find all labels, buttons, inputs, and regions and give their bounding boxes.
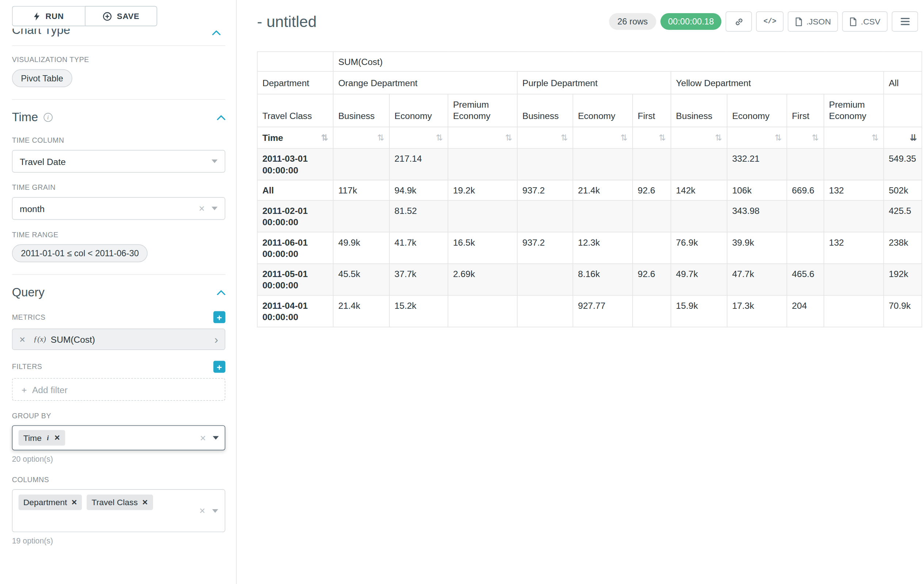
time-range-value[interactable]: 2011-01-01 ≤ col < 2011-06-30 xyxy=(12,244,148,262)
pivot-class-header: Business xyxy=(517,94,573,127)
pivot-class-header: First xyxy=(787,94,823,127)
pivot-sort-cell[interactable]: ⇅ xyxy=(448,127,518,148)
run-button[interactable]: RUN xyxy=(12,6,85,26)
pivot-class-row: Travel ClassBusinessEconomyPremium Econo… xyxy=(257,94,922,127)
group-by-select[interactable]: Timei✕ ✕ xyxy=(12,425,225,451)
value-pill[interactable]: Timei✕ xyxy=(19,430,65,446)
run-label: RUN xyxy=(46,12,64,21)
pivot-value-cell xyxy=(573,201,633,232)
pivot-value-cell: 937.2 xyxy=(517,180,573,201)
pivot-value-cell: 117k xyxy=(333,180,389,201)
sort-icon[interactable]: ⇅ xyxy=(812,132,819,143)
sort-icon[interactable]: ⇅ xyxy=(561,132,568,143)
pivot-sort-cell[interactable]: ⇅ xyxy=(333,127,389,148)
pivot-value-cell xyxy=(632,148,671,180)
time-grain-select[interactable]: month ✕ xyxy=(12,197,225,220)
pivot-group-header: Orange Department xyxy=(333,72,517,94)
pivot-value-cell: 204 xyxy=(787,295,823,327)
pivot-sort-cell[interactable]: ⇅ xyxy=(517,127,573,148)
value-pill[interactable]: Department✕ xyxy=(19,495,82,510)
pivot-value-cell: 332.21 xyxy=(727,148,787,180)
pivot-value-cell: 937.2 xyxy=(517,232,573,264)
pivot-value-cell: 45.5k xyxy=(333,264,389,296)
pivot-row-label: 2011-03-01 00:00:00 xyxy=(257,148,333,180)
chart-menu-button[interactable] xyxy=(892,12,918,32)
add-filter-button[interactable]: + Add filter xyxy=(12,378,225,401)
group-by-options-hint: 20 option(s) xyxy=(12,454,225,464)
pivot-class-header: First xyxy=(632,94,671,127)
sort-icon[interactable]: ⇅ xyxy=(321,132,328,143)
clear-icon[interactable]: ✕ xyxy=(199,506,206,515)
group-by-label: GROUP BY xyxy=(12,412,51,420)
time-section-header[interactable]: Time i xyxy=(12,110,225,125)
sort-desc-icon[interactable]: ⇊ xyxy=(910,132,917,143)
remove-icon[interactable]: ✕ xyxy=(71,498,77,507)
pivot-value-cell: 142k xyxy=(671,180,727,201)
pivot-row-label: 2011-02-01 00:00:00 xyxy=(257,201,333,232)
pivot-class-header xyxy=(884,94,922,127)
pivot-value-cell: 502k xyxy=(884,180,922,201)
sort-icon[interactable]: ⇅ xyxy=(659,132,666,143)
save-button[interactable]: SAVE xyxy=(85,6,157,26)
pivot-value-cell xyxy=(632,232,671,264)
page-title: - untitled xyxy=(257,10,317,33)
query-section-header[interactable]: Query xyxy=(12,285,225,299)
clear-icon[interactable]: ✕ xyxy=(200,433,206,443)
pivot-value-cell: 47.7k xyxy=(727,264,787,296)
sort-icon[interactable]: ⇅ xyxy=(436,132,443,143)
pivot-value-cell: 39.9k xyxy=(727,232,787,264)
pivot-sort-cell[interactable]: ⇅ xyxy=(787,127,823,148)
remove-icon[interactable]: ✕ xyxy=(54,434,60,442)
pivot-value-cell xyxy=(333,148,389,180)
sort-icon[interactable]: ⇅ xyxy=(505,132,512,143)
visualization-type-value[interactable]: Pivot Table xyxy=(12,69,72,87)
time-column-label: TIME COLUMN xyxy=(12,136,64,145)
caret-down-icon xyxy=(211,160,217,163)
columns-select[interactable]: Department✕Travel Class✕ ✕ xyxy=(12,489,225,532)
pivot-sort-cell[interactable]: ⇅ xyxy=(389,127,448,148)
add-filter-plus-button[interactable]: + xyxy=(213,360,225,373)
time-column-select[interactable]: Travel Date xyxy=(12,150,225,173)
pivot-sort-cell[interactable]: ⇊ xyxy=(884,127,922,148)
embed-code-button[interactable]: </> xyxy=(756,12,784,32)
share-link-button[interactable] xyxy=(726,12,752,32)
lightning-icon xyxy=(34,12,40,21)
add-metric-button[interactable]: + xyxy=(213,311,225,323)
metric-pill[interactable]: ✕ ƒ(x) SUM(Cost) › xyxy=(12,329,225,350)
pivot-value-cell xyxy=(824,264,884,296)
time-grain-label: TIME GRAIN xyxy=(12,183,56,192)
sort-icon[interactable]: ⇅ xyxy=(775,132,782,143)
value-pill[interactable]: Travel Class✕ xyxy=(87,495,153,510)
pivot-class-header: Economy xyxy=(573,94,633,127)
export-csv-button[interactable]: .CSV xyxy=(842,12,888,32)
sort-icon[interactable]: ⇅ xyxy=(620,132,627,143)
caret-down-icon xyxy=(212,509,218,512)
export-json-button[interactable]: .JSON xyxy=(788,12,838,32)
pivot-sort-cell[interactable]: ⇅ xyxy=(727,127,787,148)
pivot-value-cell xyxy=(517,295,573,327)
pivot-data-row: 2011-05-01 00:00:0045.5k37.7k2.69k8.16k9… xyxy=(257,264,922,296)
clear-icon[interactable]: ✕ xyxy=(198,204,205,213)
columns-pills: Department✕Travel Class✕ xyxy=(19,495,158,510)
remove-icon[interactable]: ✕ xyxy=(19,335,26,344)
pivot-value-cell: 927.77 xyxy=(573,295,633,327)
remove-icon[interactable]: ✕ xyxy=(142,498,148,507)
pivot-data-row: 2011-03-01 00:00:00217.14332.21549.35 xyxy=(257,148,922,180)
pivot-sort-cell[interactable]: ⇅ xyxy=(671,127,727,148)
pivot-sort-cell[interactable]: ⇅ xyxy=(632,127,671,148)
chart-type-section-header[interactable]: Chart Type xyxy=(12,29,225,39)
chevron-up-icon[interactable] xyxy=(217,115,225,120)
pivot-sort-cell[interactable]: ⇅ xyxy=(824,127,884,148)
column-info-icon[interactable]: i xyxy=(46,434,50,442)
pivot-value-cell: 2.69k xyxy=(448,264,518,296)
pivot-time-label[interactable]: Time⇅ xyxy=(257,127,333,148)
sort-icon[interactable]: ⇅ xyxy=(377,132,384,143)
pivot-value-cell xyxy=(517,264,573,296)
pivot-row-label: 2011-04-01 00:00:00 xyxy=(257,295,333,327)
pivot-sort-cell[interactable]: ⇅ xyxy=(573,127,633,148)
sort-icon[interactable]: ⇅ xyxy=(871,132,878,143)
sort-icon[interactable]: ⇅ xyxy=(715,132,722,143)
chevron-up-icon[interactable] xyxy=(217,290,225,295)
pivot-value-cell xyxy=(632,295,671,327)
row-count-badge: 26 rows xyxy=(609,13,656,30)
